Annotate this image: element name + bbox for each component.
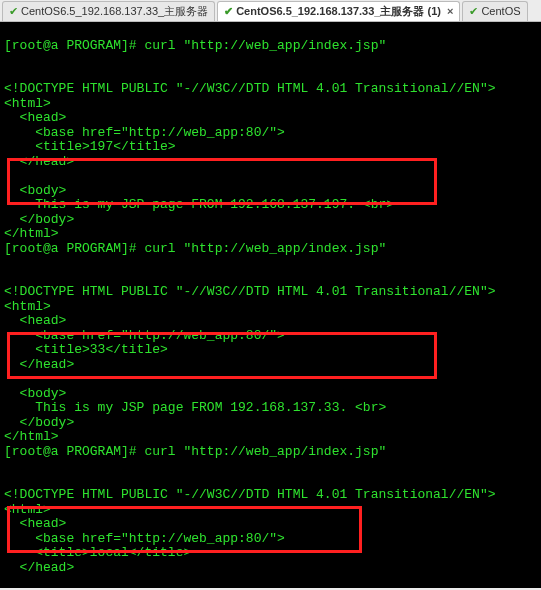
check-icon: ✔ [9, 5, 18, 18]
out-line: <head> [4, 110, 66, 125]
tab-server-2-active[interactable]: ✔ CentOS6.5_192.168.137.33_主服务器 (1) × [217, 1, 460, 21]
out-line: <title>197</title> [4, 139, 176, 154]
tab-label: CentOS [481, 5, 520, 17]
out-line: <base href="http://web_app:80/"> [4, 328, 285, 343]
out-line: </head> [4, 357, 74, 372]
out-line: <head> [4, 313, 66, 328]
check-icon: ✔ [469, 5, 478, 18]
out-line: </body> [4, 212, 74, 227]
out-line: <html> [4, 96, 51, 111]
out-line: <title>33</title> [4, 342, 168, 357]
tab-server-1[interactable]: ✔ CentOS6.5_192.168.137.33_主服务器 [2, 1, 215, 21]
command: curl "http://web_app/index.jsp" [144, 38, 386, 53]
out-line: </head> [4, 154, 74, 169]
out-line: </body> [4, 415, 74, 430]
out-line: <base href="http://web_app:80/"> [4, 125, 285, 140]
out-line: <!DOCTYPE HTML PUBLIC "-//W3C//DTD HTML … [4, 81, 495, 96]
out-line: </html> [4, 226, 59, 241]
tab-bar: ✔ CentOS6.5_192.168.137.33_主服务器 ✔ CentOS… [0, 0, 541, 22]
command: curl "http://web_app/index.jsp" [144, 444, 386, 459]
out-line: <!DOCTYPE HTML PUBLIC "-//W3C//DTD HTML … [4, 284, 495, 299]
prompt: [root@a PROGRAM]# [4, 444, 144, 459]
prompt: [root@a PROGRAM]# [4, 241, 144, 256]
check-icon: ✔ [224, 5, 233, 18]
tab-label: CentOS6.5_192.168.137.33_主服务器 (1) [236, 4, 441, 19]
prompt: [root@a PROGRAM]# [4, 38, 144, 53]
out-line: <html> [4, 502, 51, 517]
out-line: <body> [4, 386, 66, 401]
out-line: This is my JSP page FROM 192.168.137.197… [4, 197, 394, 212]
out-line: </head> [4, 560, 74, 575]
close-icon[interactable]: × [447, 5, 453, 17]
command: curl "http://web_app/index.jsp" [144, 241, 386, 256]
tab-label: CentOS6.5_192.168.137.33_主服务器 [21, 4, 208, 19]
out-line: <body> [4, 183, 66, 198]
out-line: <base href="http://web_app:80/"> [4, 531, 285, 546]
terminal-output[interactable]: [root@a PROGRAM]# curl "http://web_app/i… [0, 22, 541, 588]
out-line: </html> [4, 429, 59, 444]
out-line: <!DOCTYPE HTML PUBLIC "-//W3C//DTD HTML … [4, 487, 495, 502]
out-line: <html> [4, 299, 51, 314]
tab-server-3[interactable]: ✔ CentOS [462, 1, 527, 21]
out-line: This is my JSP page FROM 192.168.137.33.… [4, 400, 386, 415]
out-line: <title>local</title> [4, 545, 191, 560]
out-line: <head> [4, 516, 66, 531]
